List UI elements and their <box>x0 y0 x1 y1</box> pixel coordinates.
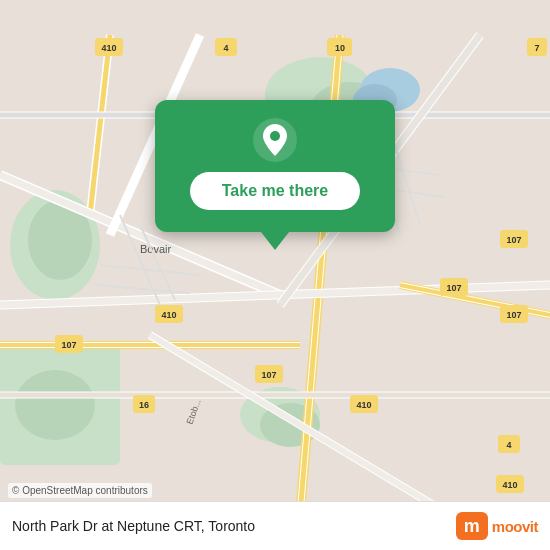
svg-text:107: 107 <box>506 310 521 320</box>
map-background: 107 107 410 4 10 7 107 107 <box>0 0 550 550</box>
location-popup: Take me there <box>155 100 395 232</box>
svg-text:10: 10 <box>335 43 345 53</box>
svg-text:410: 410 <box>101 43 116 53</box>
osm-attribution: © OpenStreetMap contributors <box>8 483 152 498</box>
svg-text:107: 107 <box>261 370 276 380</box>
location-name: North Park Dr at Neptune CRT, Toronto <box>12 518 255 534</box>
moovit-m-badge: m <box>456 512 488 540</box>
svg-point-74 <box>270 131 280 141</box>
svg-text:107: 107 <box>61 340 76 350</box>
location-pin-icon <box>253 118 297 162</box>
map-container: 107 107 410 4 10 7 107 107 <box>0 0 550 550</box>
svg-text:7: 7 <box>534 43 539 53</box>
moovit-brand-text: moovit <box>492 518 538 535</box>
svg-text:107: 107 <box>446 283 461 293</box>
svg-text:410: 410 <box>502 480 517 490</box>
moovit-logo: m moovit <box>456 512 538 540</box>
svg-text:107: 107 <box>506 235 521 245</box>
osm-text: © OpenStreetMap contributors <box>12 485 148 496</box>
svg-text:4: 4 <box>506 440 511 450</box>
svg-point-8 <box>15 370 95 440</box>
take-me-there-button[interactable]: Take me there <box>190 172 360 210</box>
svg-text:410: 410 <box>161 310 176 320</box>
svg-text:410: 410 <box>356 400 371 410</box>
svg-text:16: 16 <box>139 400 149 410</box>
svg-text:4: 4 <box>223 43 228 53</box>
svg-text:Bovair: Bovair <box>140 243 172 255</box>
bottom-bar: North Park Dr at Neptune CRT, Toronto m … <box>0 501 550 550</box>
